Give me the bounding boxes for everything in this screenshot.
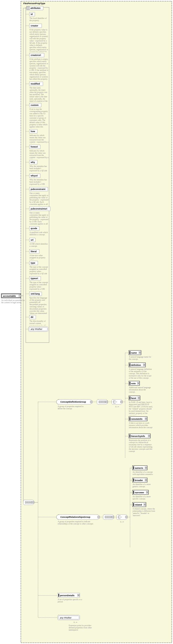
svg-text:pubconstrainturi: pubconstrainturi	[31, 208, 47, 210]
svg-text:any ##other: any ##other	[60, 616, 72, 619]
svg-text:ConceptRelationshipsGroup: ConceptRelationshipsGroup	[60, 516, 91, 518]
svg-rect-112	[130, 382, 130, 385]
svg-text:why: why	[31, 161, 35, 164]
svg-text:narrower: narrower	[135, 491, 144, 494]
svg-text:accountable: accountable	[3, 295, 16, 297]
svg-text:how: how	[31, 130, 35, 132]
svg-text:creator: creator	[31, 24, 38, 27]
sequence-compositor	[103, 514, 114, 520]
svg-text:ConceptDefinitionGroup: ConceptDefinitionGroup	[60, 401, 86, 403]
list-icon	[27, 6, 30, 10]
svg-text:name: name	[131, 352, 137, 354]
root-element: accountable	[1, 294, 21, 298]
svg-text:pubconstraint: pubconstraint	[31, 188, 45, 190]
svg-text:related: related	[135, 504, 142, 506]
svg-text:broader: broader	[135, 479, 143, 482]
svg-text:dir: dir	[31, 316, 34, 318]
svg-text:typeuri: typeuri	[31, 277, 38, 280]
svg-text:0..∞: 0..∞	[120, 521, 124, 523]
svg-text:hierarchyInfo: hierarchyInfo	[131, 435, 145, 438]
svg-text:definition: definition	[131, 364, 141, 366]
svg-rect-159	[133, 466, 134, 469]
svg-text:any ##other: any ##other	[31, 328, 43, 330]
svg-text:id: id	[31, 13, 33, 16]
svg-text:whyuri: whyuri	[31, 174, 38, 177]
svg-rect-126	[130, 417, 130, 420]
svg-rect-133	[130, 434, 130, 438]
svg-rect-173	[133, 491, 134, 494]
svg-text:facet: facet	[131, 397, 136, 400]
attr-pubconstrainturi: pubconstrainturi One or many constraints…	[26, 207, 50, 225]
svg-text:sameAs: sameAs	[135, 467, 143, 469]
child-hierarchyinfo: hierarchyInfo Represents the position of…	[125, 434, 153, 453]
svg-text:0..∞: 0..∞	[74, 621, 77, 624]
svg-text:qcode: qcode	[31, 227, 37, 230]
choice-compositor	[117, 514, 127, 520]
svg-rect-180	[133, 503, 134, 506]
cardinality: 0..∞	[115, 406, 119, 408]
svg-text:literal: literal	[31, 250, 37, 253]
svg-text:personDetails: personDetails	[60, 594, 75, 597]
svg-text:custom: custom	[31, 104, 39, 106]
svg-text:remoteInfo: remoteInfo	[131, 418, 142, 420]
svg-text:attributes: attributes	[31, 7, 41, 9]
svg-rect-187	[58, 594, 59, 597]
sequence-compositor	[23, 500, 34, 505]
svg-rect-99	[130, 351, 130, 354]
sequence-compositor	[97, 400, 108, 404]
svg-text:note: note	[131, 382, 136, 385]
svg-text:modified: modified	[31, 82, 40, 85]
choice-compositor	[112, 400, 122, 404]
root-element-desc: An individual accountable for the conten…	[1, 299, 26, 304]
svg-text:xml:lang: xml:lang	[31, 292, 40, 295]
svg-rect-166	[133, 478, 134, 482]
attr-any-other: any ##other	[26, 327, 48, 332]
svg-text:type: type	[31, 262, 35, 264]
svg-text:uri: uri	[31, 239, 34, 241]
svg-text:howuri: howuri	[31, 146, 38, 148]
svg-rect-119	[130, 396, 130, 400]
svg-rect-105	[130, 364, 130, 366]
svg-text:creatoruri: creatoruri	[31, 54, 41, 56]
type-title: FlexPersonPropType	[23, 2, 45, 5]
